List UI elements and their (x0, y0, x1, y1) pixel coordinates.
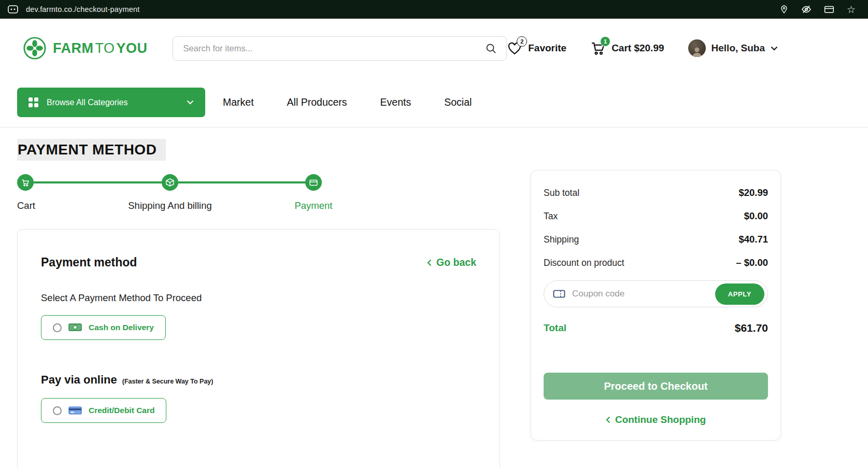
checkout-stepper: Cart Shipping And billing Payment (17, 174, 500, 216)
nav-link-market[interactable]: Market (223, 96, 254, 108)
total-value: $61.70 (735, 322, 768, 334)
nav-link-all-producers[interactable]: All Producers (287, 96, 347, 108)
card-radio[interactable] (53, 406, 62, 415)
pay-online-subtext: (Faster & Secure Way To Pay) (122, 378, 214, 385)
summary-row-discount: Discount on product – $0.00 (544, 257, 768, 268)
user-caret-down-icon (771, 46, 778, 51)
coupon-field: APPLY (544, 280, 768, 307)
apply-coupon-button[interactable]: APPLY (715, 283, 764, 305)
order-summary-card: Sub total $20.99 Tax $0.00 Shipping $40.… (531, 170, 781, 441)
summary-total-row: Total $61.70 (544, 322, 768, 334)
summary-row-subtotal: Sub total $20.99 (544, 187, 768, 198)
proceed-to-checkout-button[interactable]: Proceed to Checkout (544, 373, 768, 400)
payment-option-credit-debit-card[interactable]: Credit/Debit Card (41, 398, 166, 423)
page-title: PAYMENT METHOD (17, 139, 166, 161)
cart-label: Cart $20.99 (611, 42, 664, 54)
nav-link-social[interactable]: Social (444, 96, 472, 108)
site-header: FARMTOYOU 2 Favorite (0, 19, 868, 78)
checkout-content: PAYMENT METHOD (0, 127, 868, 468)
cash-icon (68, 323, 82, 332)
step-cart-icon[interactable] (17, 174, 34, 191)
cod-label: Cash on Delivery (89, 323, 154, 332)
continue-shopping-link[interactable]: Continue Shopping (544, 414, 768, 426)
credit-card-icon (68, 406, 82, 415)
logo[interactable]: FARMTOYOU (23, 36, 148, 60)
step-label-cart: Cart (17, 200, 35, 211)
cod-radio[interactable] (53, 323, 62, 332)
stepper-line-2 (177, 181, 306, 183)
step-label-payment: Payment (294, 200, 332, 211)
browse-categories-label: Browse All Categories (47, 98, 128, 107)
avatar (688, 39, 706, 57)
user-menu[interactable]: Hello, Suba (688, 39, 778, 57)
coupon-input[interactable] (571, 288, 709, 300)
total-label: Total (544, 322, 566, 334)
coupon-ticket-icon (553, 289, 565, 299)
favorite-count-badge: 2 (517, 36, 527, 47)
eye-off-icon[interactable] (801, 4, 812, 15)
payment-method-card: Payment method Go back Select A Payment … (17, 229, 500, 468)
summary-row-tax: Tax $0.00 (544, 210, 768, 222)
user-greeting: Hello, Suba (712, 42, 765, 54)
card-label: Credit/Debit Card (89, 406, 154, 415)
main-nav: Browse All Categories Market All Produce… (0, 78, 868, 127)
step-shipping-icon[interactable] (162, 174, 178, 191)
search-bar (173, 36, 507, 61)
categories-grid-icon (29, 97, 38, 107)
favorite-button[interactable]: 2 Favorite (507, 41, 566, 55)
summary-row-shipping: Shipping $40.71 (544, 234, 768, 245)
cart-count-badge: 1 (600, 36, 610, 47)
step-label-shipping: Shipping And billing (128, 200, 212, 211)
chevron-left-icon (427, 259, 432, 266)
location-pin-icon[interactable] (779, 4, 789, 15)
browse-categories-button[interactable]: Browse All Categories (17, 88, 205, 117)
search-icon[interactable] (485, 42, 497, 54)
address-bar-url[interactable]: dev.farmto.co./checkout-payment (26, 5, 140, 13)
go-back-link[interactable]: Go back (427, 257, 476, 268)
browser-bar: dev.farmto.co./checkout-payment ☆ (0, 0, 868, 19)
payment-method-heading: Payment method (41, 256, 137, 270)
payment-card-icon[interactable] (824, 5, 834, 14)
cart-button[interactable]: 1 Cart $20.99 (590, 41, 664, 55)
search-input[interactable] (182, 43, 485, 54)
select-method-text: Select A Payment Method To Proceed (41, 292, 476, 304)
logo-clover-icon (23, 36, 47, 60)
tab-group-icon[interactable] (7, 5, 19, 14)
chevron-left-icon (606, 416, 610, 423)
payment-option-cash-on-delivery[interactable]: Cash on Delivery (41, 315, 166, 340)
bookmark-star-icon[interactable]: ☆ (847, 5, 856, 15)
favorite-label: Favorite (528, 42, 566, 54)
step-payment-icon[interactable] (305, 174, 322, 191)
stepper-line-1 (33, 181, 163, 183)
nav-link-events[interactable]: Events (380, 96, 411, 108)
pay-online-heading: Pay via online (41, 373, 117, 387)
browse-caret-down-icon (187, 100, 194, 105)
logo-text: FARMTOYOU (53, 40, 148, 56)
